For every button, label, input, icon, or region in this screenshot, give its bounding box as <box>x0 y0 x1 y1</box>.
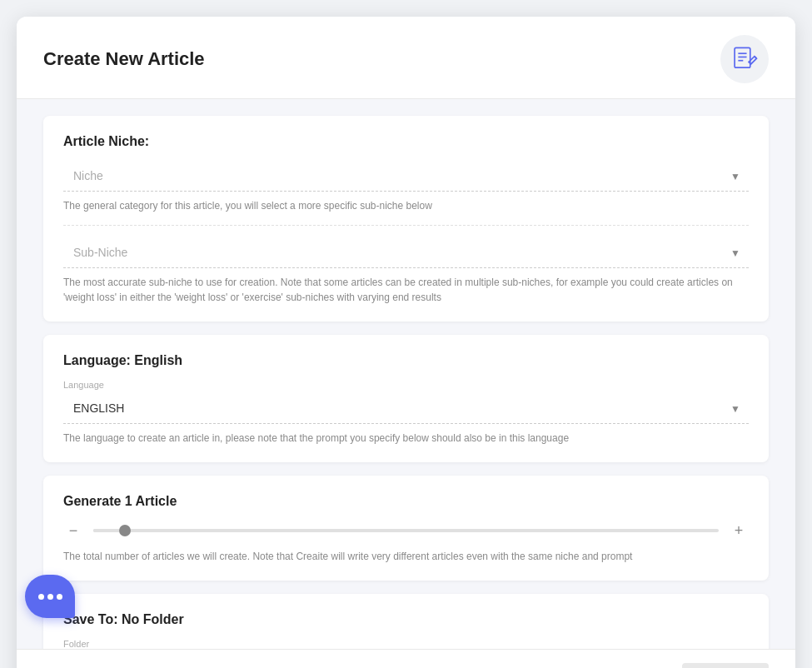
header-icon-container <box>720 35 769 83</box>
language-section: Language: English Language ENGLISH SPANI… <box>43 335 769 462</box>
save-to-section-title: Save To: No Folder <box>63 612 749 627</box>
niche-section: Article Niche: Niche Health Finance Tech… <box>43 116 769 322</box>
article-edit-icon <box>730 45 759 73</box>
folder-label: Folder <box>63 639 749 649</box>
niche-select-wrapper: Niche Health Finance Technology ▼ <box>63 161 749 192</box>
niche-section-title: Article Niche: <box>63 134 749 149</box>
increase-count-button[interactable]: + <box>729 521 749 541</box>
generate-section: Generate 1 Article − + The total number … <box>43 476 769 581</box>
language-select-wrapper: ENGLISH SPANISH FRENCH GERMAN ▼ <box>63 393 749 424</box>
start-button[interactable]: START <box>682 663 769 668</box>
chat-dot-2 <box>47 594 53 600</box>
article-count-slider-container: − + <box>63 521 749 541</box>
subniche-select[interactable]: Sub-Niche Weight Loss Exercise Nutrition <box>63 237 749 268</box>
dialog-footer: CANCEL START <box>17 649 795 668</box>
svg-rect-0 <box>735 47 750 67</box>
article-count-track[interactable] <box>93 529 719 532</box>
chat-dot-1 <box>38 594 44 600</box>
language-select[interactable]: ENGLISH SPANISH FRENCH GERMAN <box>63 393 749 424</box>
decrease-count-button[interactable]: − <box>63 521 83 541</box>
create-article-dialog: Create New Article Article Niche: Niche … <box>17 17 795 668</box>
subniche-select-wrapper: Sub-Niche Weight Loss Exercise Nutrition… <box>63 237 749 268</box>
niche-divider <box>63 225 749 226</box>
chat-dot-3 <box>57 594 62 600</box>
generate-section-title: Generate 1 Article <box>63 494 749 509</box>
niche-description: The general category for this article, y… <box>63 198 749 213</box>
dialog-body: Article Niche: Niche Health Finance Tech… <box>17 99 795 649</box>
page-title: Create New Article <box>43 48 205 70</box>
generate-description: The total number of articles we will cre… <box>63 549 749 564</box>
language-label: Language <box>63 380 749 390</box>
cancel-button[interactable]: CANCEL <box>588 663 672 668</box>
svg-line-4 <box>755 57 757 59</box>
language-section-title: Language: English <box>63 353 749 368</box>
language-description: The language to create an article in, pl… <box>63 431 749 446</box>
slider-thumb <box>119 525 131 536</box>
chat-bubble[interactable] <box>25 575 75 618</box>
save-to-section: Save To: No Folder Folder NO FOLDER Fold… <box>43 594 769 649</box>
subniche-description: The most accurate sub-niche to use for c… <box>63 275 749 305</box>
niche-select[interactable]: Niche Health Finance Technology <box>63 161 749 192</box>
dialog-header: Create New Article <box>17 17 795 99</box>
